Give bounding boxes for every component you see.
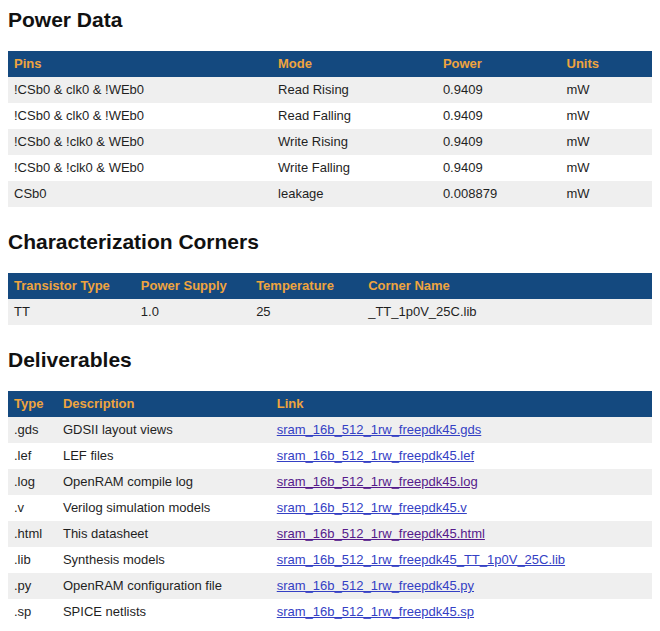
table-cell: mW [561,103,652,129]
table-cell: LEF files [57,443,271,469]
file-link[interactable]: sram_16b_512_1rw_freepdk45.log [277,474,478,489]
table-cell: !CSb0 & clk0 & !WEb0 [8,77,272,103]
table-row: .spSPICE netlistssram_16b_512_1rw_freepd… [8,599,652,625]
file-link[interactable]: sram_16b_512_1rw_freepdk45.v [277,500,467,515]
table-cell: sram_16b_512_1rw_freepdk45.py [271,573,652,599]
table-cell: SPICE netlists [57,599,271,625]
file-link[interactable]: sram_16b_512_1rw_freepdk45.lef [277,448,474,463]
section-deliverables: Deliverables TypeDescriptionLink.gdsGDSI… [8,348,652,625]
deliverables-table: TypeDescriptionLink.gdsGDSII layout view… [8,391,652,625]
column-header: Type [8,391,57,417]
table-cell: OpenRAM compile log [57,469,271,495]
table-cell: 0.9409 [437,129,561,155]
table-cell: 0.9409 [437,77,561,103]
table-row: .libSynthesis modelssram_16b_512_1rw_fre… [8,547,652,573]
table-cell: 1.0 [135,299,250,325]
column-header: Mode [272,51,437,77]
table-cell: !CSb0 & !clk0 & WEb0 [8,155,272,181]
table-cell: Synthesis models [57,547,271,573]
table-cell: .v [8,495,57,521]
column-header: Pins [8,51,272,77]
header-row: PinsModePowerUnits [8,51,652,77]
section-title-deliverables: Deliverables [8,348,652,372]
table-cell: leakage [272,181,437,207]
column-header: Power [437,51,561,77]
table-row: .htmlThis datasheetsram_16b_512_1rw_free… [8,521,652,547]
table-cell: .lib [8,547,57,573]
section-title-characterization-corners: Characterization Corners [8,230,652,254]
file-link[interactable]: sram_16b_512_1rw_freepdk45.html [277,526,485,541]
table-cell: 25 [250,299,362,325]
table-cell: mW [561,181,652,207]
column-header: Link [271,391,652,417]
table-cell: !CSb0 & clk0 & !WEb0 [8,103,272,129]
table-cell: sram_16b_512_1rw_freepdk45.lef [271,443,652,469]
table-cell: This datasheet [57,521,271,547]
table-cell: .sp [8,599,57,625]
table-cell: _TT_1p0V_25C.lib [362,299,652,325]
table-row: CSb0leakage0.008879mW [8,181,652,207]
column-header: Power Supply [135,273,250,299]
datasheet-page: Power Data PinsModePowerUnits!CSb0 & clk… [0,0,660,625]
table-cell: mW [561,129,652,155]
table-cell: Write Rising [272,129,437,155]
table-cell: .html [8,521,57,547]
table-cell: Verilog simulation models [57,495,271,521]
file-link[interactable]: sram_16b_512_1rw_freepdk45.gds [277,422,482,437]
table-cell: sram_16b_512_1rw_freepdk45_TT_1p0V_25C.l… [271,547,652,573]
table-cell: GDSII layout views [57,417,271,443]
column-header: Units [561,51,652,77]
table-row: .vVerilog simulation modelssram_16b_512_… [8,495,652,521]
table-row: .logOpenRAM compile logsram_16b_512_1rw_… [8,469,652,495]
table-cell: sram_16b_512_1rw_freepdk45.gds [271,417,652,443]
table-row: .pyOpenRAM configuration filesram_16b_51… [8,573,652,599]
table-row: .lefLEF filessram_16b_512_1rw_freepdk45.… [8,443,652,469]
header-row: TypeDescriptionLink [8,391,652,417]
table-cell: .py [8,573,57,599]
table-row: !CSb0 & clk0 & !WEb0Read Rising0.9409mW [8,77,652,103]
file-link[interactable]: sram_16b_512_1rw_freepdk45_TT_1p0V_25C.l… [277,552,565,567]
table-cell: .gds [8,417,57,443]
table-cell: sram_16b_512_1rw_freepdk45.html [271,521,652,547]
table-cell: Write Falling [272,155,437,181]
table-cell: .lef [8,443,57,469]
table-cell: TT [8,299,135,325]
header-row: Transistor TypePower SupplyTemperatureCo… [8,273,652,299]
table-cell: sram_16b_512_1rw_freepdk45.sp [271,599,652,625]
file-link[interactable]: sram_16b_512_1rw_freepdk45.py [277,578,474,593]
characterization-corners-table: Transistor TypePower SupplyTemperatureCo… [8,273,652,325]
table-cell: .log [8,469,57,495]
column-header: Corner Name [362,273,652,299]
table-row: !CSb0 & !clk0 & WEb0Write Falling0.9409m… [8,155,652,181]
table-cell: OpenRAM configuration file [57,573,271,599]
table-cell: 0.9409 [437,103,561,129]
table-cell: CSb0 [8,181,272,207]
column-header: Transistor Type [8,273,135,299]
column-header: Temperature [250,273,362,299]
power-data-table: PinsModePowerUnits!CSb0 & clk0 & !WEb0Re… [8,51,652,207]
table-row: .gdsGDSII layout viewssram_16b_512_1rw_f… [8,417,652,443]
table-row: !CSb0 & clk0 & !WEb0Read Falling0.9409mW [8,103,652,129]
table-cell: sram_16b_512_1rw_freepdk45.v [271,495,652,521]
table-row: !CSb0 & !clk0 & WEb0Write Rising0.9409mW [8,129,652,155]
file-link[interactable]: sram_16b_512_1rw_freepdk45.sp [277,604,474,619]
table-cell: 0.9409 [437,155,561,181]
table-cell: mW [561,77,652,103]
table-cell: 0.008879 [437,181,561,207]
table-cell: mW [561,155,652,181]
section-characterization-corners: Characterization Corners Transistor Type… [8,230,652,325]
table-cell: !CSb0 & !clk0 & WEb0 [8,129,272,155]
table-row: TT1.025_TT_1p0V_25C.lib [8,299,652,325]
table-cell: Read Rising [272,77,437,103]
table-cell: sram_16b_512_1rw_freepdk45.log [271,469,652,495]
column-header: Description [57,391,271,417]
table-cell: Read Falling [272,103,437,129]
section-power-data: Power Data PinsModePowerUnits!CSb0 & clk… [8,8,652,207]
section-title-power-data: Power Data [8,8,652,32]
